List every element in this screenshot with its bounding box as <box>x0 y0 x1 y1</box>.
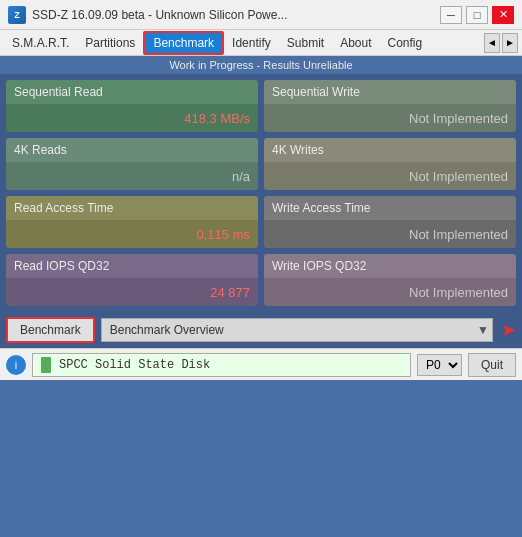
title-bar-controls: ─ □ ✕ <box>440 6 514 24</box>
menu-smart[interactable]: S.M.A.R.T. <box>4 33 77 53</box>
maximize-button[interactable]: □ <box>466 6 488 24</box>
menu-about[interactable]: About <box>332 33 379 53</box>
benchmark-run-button[interactable]: Benchmark <box>6 317 95 343</box>
bench-value-4k-reads: n/a <box>6 162 258 190</box>
bench-card-4k-reads: 4K Readsn/a <box>6 138 258 190</box>
benchmark-dropdown-container: Benchmark OverviewSequential ReadSequent… <box>101 318 493 342</box>
menu-config[interactable]: Config <box>380 33 431 53</box>
disk-color-indicator <box>41 357 51 373</box>
bench-title-write-iops: Write IOPS QD32 <box>264 254 516 278</box>
bench-card-4k-writes: 4K WritesNot Implemented <box>264 138 516 190</box>
minimize-button[interactable]: ─ <box>440 6 462 24</box>
bench-value-seq-read: 418,3 MB/s <box>6 104 258 132</box>
bench-title-read-iops: Read IOPS QD32 <box>6 254 258 278</box>
bench-value-4k-writes: Not Implemented <box>264 162 516 190</box>
bench-value-seq-write: Not Implemented <box>264 104 516 132</box>
menu-benchmark[interactable]: Benchmark <box>143 31 224 55</box>
bench-value-write-access: Not Implemented <box>264 220 516 248</box>
menu-submit[interactable]: Submit <box>279 33 332 53</box>
bench-title-4k-reads: 4K Reads <box>6 138 258 162</box>
app-icon: Z <box>8 6 26 24</box>
close-button[interactable]: ✕ <box>492 6 514 24</box>
disk-name: SPCC Solid State Disk <box>59 358 210 372</box>
bench-value-read-iops: 24 877 <box>6 278 258 306</box>
bench-card-seq-write: Sequential WriteNot Implemented <box>264 80 516 132</box>
nav-next-button[interactable]: ► <box>502 33 518 53</box>
benchmark-grid: Sequential Read418,3 MB/sSequential Writ… <box>0 74 522 312</box>
bench-title-write-access: Write Access Time <box>264 196 516 220</box>
bench-card-read-iops: Read IOPS QD3224 877 <box>6 254 258 306</box>
menu-bar: S.M.A.R.T. Partitions Benchmark Identify… <box>0 30 522 56</box>
bench-title-seq-write: Sequential Write <box>264 80 516 104</box>
bench-title-4k-writes: 4K Writes <box>264 138 516 162</box>
warning-bar: Work in Progress - Results Unreliable <box>0 56 522 74</box>
bench-value-read-access: 0,115 ms <box>6 220 258 248</box>
quit-button[interactable]: Quit <box>468 353 516 377</box>
port-selector[interactable]: P0 <box>417 354 462 376</box>
bottom-bar: Benchmark Benchmark OverviewSequential R… <box>0 312 522 348</box>
bench-card-write-access: Write Access TimeNot Implemented <box>264 196 516 248</box>
bench-value-write-iops: Not Implemented <box>264 278 516 306</box>
warning-text: Work in Progress - Results Unreliable <box>169 59 352 71</box>
title-bar: Z SSD-Z 16.09.09 beta - Unknown Silicon … <box>0 0 522 30</box>
info-icon: i <box>6 355 26 375</box>
bench-card-seq-read: Sequential Read418,3 MB/s <box>6 80 258 132</box>
benchmark-dropdown[interactable]: Benchmark OverviewSequential ReadSequent… <box>101 318 493 342</box>
bench-title-seq-read: Sequential Read <box>6 80 258 104</box>
bench-card-write-iops: Write IOPS QD32Not Implemented <box>264 254 516 306</box>
menu-partitions[interactable]: Partitions <box>77 33 143 53</box>
window-title: SSD-Z 16.09.09 beta - Unknown Silicon Po… <box>32 8 440 22</box>
red-arrow-icon: ➤ <box>501 319 516 341</box>
bench-card-read-access: Read Access Time0,115 ms <box>6 196 258 248</box>
disk-info-bar: SPCC Solid State Disk <box>32 353 411 377</box>
status-bar: i SPCC Solid State Disk P0 Quit <box>0 348 522 380</box>
bench-title-read-access: Read Access Time <box>6 196 258 220</box>
menu-identify[interactable]: Identify <box>224 33 279 53</box>
nav-prev-button[interactable]: ◄ <box>484 33 500 53</box>
